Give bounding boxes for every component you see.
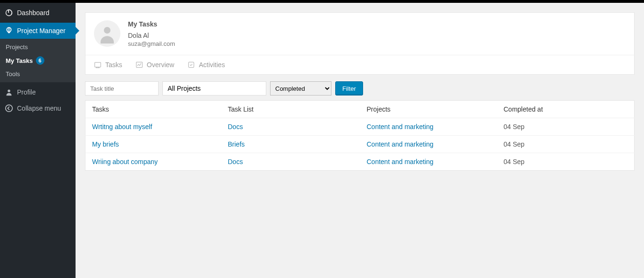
admin-sidebar: Dashboard Project Manager Projects My Ta… bbox=[0, 3, 76, 278]
col-task-list: Task List bbox=[222, 101, 361, 118]
task-link[interactable]: My briefs bbox=[92, 140, 119, 148]
table-row: Wriing about company Docs Content and ma… bbox=[85, 153, 635, 171]
tab-activities[interactable]: Activities bbox=[187, 61, 225, 69]
overview-tab-icon bbox=[136, 61, 143, 69]
tasks-tab-icon bbox=[94, 61, 102, 69]
svg-rect-3 bbox=[95, 62, 101, 67]
activities-tab-icon bbox=[187, 61, 195, 69]
completed-date: 04 Sep bbox=[498, 136, 635, 153]
user-info: My Tasks Dola Al suza@gmail.com bbox=[128, 20, 175, 47]
tab-label: Overview bbox=[147, 61, 174, 69]
sidebar-label-collapse: Collapse menu bbox=[17, 104, 61, 112]
tab-tasks[interactable]: Tasks bbox=[94, 61, 122, 69]
sidebar-sub-projects[interactable]: Projects bbox=[0, 41, 76, 53]
page-title: My Tasks bbox=[128, 20, 175, 28]
table-body: Wrtitng about myself Docs Content and ma… bbox=[85, 118, 635, 171]
svg-point-0 bbox=[8, 90, 10, 92]
col-projects: Projects bbox=[361, 101, 498, 118]
project-link[interactable]: Content and marketing bbox=[367, 158, 434, 165]
completed-date: 04 Sep bbox=[498, 118, 635, 136]
task-list-link[interactable]: Briefs bbox=[228, 140, 245, 148]
task-link[interactable]: Wriing about company bbox=[92, 158, 158, 165]
project-link[interactable]: Content and marketing bbox=[367, 123, 434, 130]
sidebar-sub-label: Tools bbox=[6, 70, 20, 78]
sidebar-sub-my-tasks[interactable]: My Tasks 6 bbox=[0, 53, 76, 68]
task-list-link[interactable]: Docs bbox=[228, 158, 243, 165]
completed-date: 04 Sep bbox=[498, 153, 635, 171]
sidebar-bottom: Profile Collapse menu bbox=[0, 84, 76, 116]
tasks-count-badge: 6 bbox=[36, 56, 44, 65]
sidebar-sub-label: My Tasks bbox=[6, 57, 33, 64]
table-header-row: Tasks Task List Projects Completed at bbox=[85, 101, 635, 118]
project-manager-icon bbox=[5, 26, 13, 35]
col-completed-at: Completed at bbox=[498, 101, 635, 118]
sidebar-sub-tools[interactable]: Tools bbox=[0, 68, 76, 80]
sidebar-sub-label: Projects bbox=[6, 43, 28, 51]
tab-label: Activities bbox=[199, 61, 225, 69]
project-select-value: All Projects bbox=[168, 85, 201, 92]
table-row: My briefs Briefs Content and marketing 0… bbox=[85, 136, 635, 153]
sidebar-item-profile[interactable]: Profile bbox=[0, 84, 76, 100]
sidebar-label-project-manager: Project Manager bbox=[17, 27, 66, 35]
task-link[interactable]: Wrtitng about myself bbox=[92, 123, 152, 130]
table-row: Wrtitng about myself Docs Content and ma… bbox=[85, 118, 635, 136]
user-header: My Tasks Dola Al suza@gmail.com bbox=[85, 13, 634, 55]
project-link[interactable]: Content and marketing bbox=[367, 140, 434, 148]
status-select[interactable]: Completed bbox=[270, 81, 331, 96]
user-panel: My Tasks Dola Al suza@gmail.com Tasks Ov bbox=[85, 12, 635, 75]
col-tasks: Tasks bbox=[85, 101, 222, 118]
task-title-input[interactable] bbox=[85, 81, 159, 96]
sidebar-label-dashboard: Dashboard bbox=[17, 9, 50, 17]
svg-point-1 bbox=[6, 105, 12, 112]
dashboard-icon bbox=[5, 9, 13, 17]
tab-overview[interactable]: Overview bbox=[136, 61, 174, 69]
user-name: Dola Al bbox=[128, 32, 175, 39]
tab-label: Tasks bbox=[105, 61, 122, 69]
profile-icon bbox=[5, 88, 13, 96]
sidebar-submenu: Projects My Tasks 6 Tools bbox=[0, 39, 76, 82]
user-email: suza@gmail.com bbox=[128, 40, 175, 47]
svg-point-2 bbox=[104, 27, 110, 34]
task-list-link[interactable]: Docs bbox=[228, 123, 243, 130]
sidebar-label-profile: Profile bbox=[17, 88, 36, 96]
sidebar-item-project-manager[interactable]: Project Manager bbox=[0, 23, 76, 39]
project-select[interactable]: All Projects bbox=[162, 81, 266, 96]
filter-row: All Projects Completed Filter bbox=[85, 81, 635, 96]
avatar bbox=[94, 20, 120, 47]
tasks-table: Tasks Task List Projects Completed at Wr… bbox=[85, 100, 635, 171]
sidebar-item-dashboard[interactable]: Dashboard bbox=[0, 3, 76, 23]
collapse-icon bbox=[5, 104, 13, 113]
filter-button[interactable]: Filter bbox=[335, 81, 363, 96]
sidebar-item-collapse[interactable]: Collapse menu bbox=[0, 100, 76, 116]
main-content: My Tasks Dola Al suza@gmail.com Tasks Ov bbox=[76, 3, 644, 278]
view-tabs: Tasks Overview Activities bbox=[85, 55, 634, 74]
